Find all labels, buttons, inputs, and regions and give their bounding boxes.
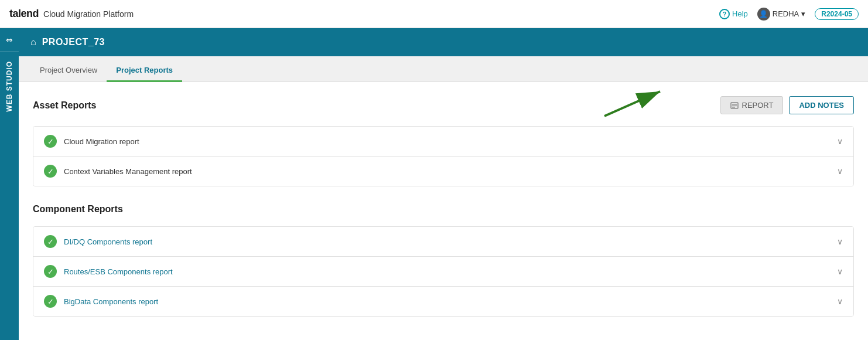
tabs-bar: Project Overview Project Reports (19, 56, 868, 82)
report-name: Context Variables Management report (64, 167, 192, 176)
list-item[interactable]: ✓ BigData Components report ∨ (33, 287, 853, 316)
report-button-label: REPORT (742, 101, 774, 110)
project-title: PROJECT_73 (42, 37, 105, 47)
sidebar: ⇔ Web Studio (0, 28, 19, 340)
report-name-link[interactable]: DI/DQ Components report (64, 237, 152, 246)
user-avatar-icon: 👤 (757, 8, 770, 21)
sidebar-label: Web Studio (5, 61, 13, 112)
chevron-down-icon: ∨ (837, 237, 843, 246)
project-header: ⌂ PROJECT_73 (19, 28, 868, 56)
help-icon: ? (719, 9, 730, 19)
component-reports-header: Component Reports (33, 204, 854, 215)
chevron-down-icon: ∨ (837, 137, 843, 146)
sidebar-toggle-button[interactable]: ⇔ (0, 28, 19, 52)
report-item-left: ✓ BigData Components report (44, 295, 158, 308)
talend-logo: talend (9, 8, 39, 20)
report-name-link[interactable]: Routes/ESB Components report (64, 267, 173, 276)
user-menu-button[interactable]: 👤 REDHA ▾ (757, 8, 806, 21)
report-item-left: ✓ Context Variables Management report (44, 165, 192, 178)
check-icon: ✓ (44, 235, 57, 248)
nav-brand-section: talend Cloud Migration Platform (9, 8, 134, 20)
asset-reports-header: Asset Reports REPORT ADD NOTES (33, 96, 854, 114)
report-button[interactable]: REPORT (720, 96, 784, 114)
nav-right-section: ? Help 👤 REDHA ▾ R2024-05 (719, 8, 859, 21)
report-name: Cloud Migration report (64, 137, 139, 146)
check-icon: ✓ (44, 165, 57, 178)
sidebar-toggle-icon: ⇔ (6, 35, 13, 45)
add-notes-button[interactable]: ADD NOTES (789, 96, 854, 114)
asset-reports-actions: REPORT ADD NOTES (720, 96, 855, 114)
platform-name: Cloud Migration Platform (43, 9, 134, 19)
list-item[interactable]: ✓ DI/DQ Components report ∨ (33, 227, 853, 257)
check-icon: ✓ (44, 135, 57, 148)
top-navbar: talend Cloud Migration Platform ? Help 👤… (0, 0, 868, 28)
list-item[interactable]: ✓ Routes/ESB Components report ∨ (33, 257, 853, 287)
version-badge: R2024-05 (815, 8, 859, 20)
user-chevron-icon: ▾ (801, 9, 805, 18)
user-name: REDHA (773, 9, 799, 18)
component-reports-list: ✓ DI/DQ Components report ∨ ✓ Routes/ESB… (33, 226, 854, 317)
chevron-down-icon: ∨ (837, 166, 843, 176)
tab-project-overview[interactable]: Project Overview (30, 60, 107, 82)
report-item-left: ✓ Cloud Migration report (44, 135, 139, 148)
check-icon: ✓ (44, 265, 57, 278)
help-label: Help (732, 9, 748, 18)
add-notes-label: ADD NOTES (799, 101, 844, 110)
help-button[interactable]: ? Help (719, 9, 748, 19)
chevron-down-icon: ∨ (837, 267, 843, 276)
report-item-left: ✓ Routes/ESB Components report (44, 265, 173, 278)
tab-project-reports[interactable]: Project Reports (107, 60, 182, 82)
check-icon: ✓ (44, 295, 57, 308)
component-reports-section: Component Reports ✓ DI/DQ Components rep… (33, 204, 854, 317)
main-content: ⌂ PROJECT_73 Project Overview Project Re… (19, 28, 868, 340)
list-item[interactable]: ✓ Context Variables Management report ∨ (33, 157, 853, 186)
asset-reports-list: ✓ Cloud Migration report ∨ ✓ Context Var… (33, 126, 854, 186)
report-name-link[interactable]: BigData Components report (64, 297, 158, 306)
home-icon: ⌂ (30, 37, 36, 47)
content-area: Asset Reports REPORT ADD NOTES (19, 82, 868, 340)
report-icon (730, 101, 739, 110)
chevron-down-icon: ∨ (837, 297, 843, 306)
asset-reports-title: Asset Reports (33, 100, 96, 111)
report-item-left: ✓ DI/DQ Components report (44, 235, 152, 248)
list-item[interactable]: ✓ Cloud Migration report ∨ (33, 127, 853, 157)
component-reports-title: Component Reports (33, 204, 123, 215)
